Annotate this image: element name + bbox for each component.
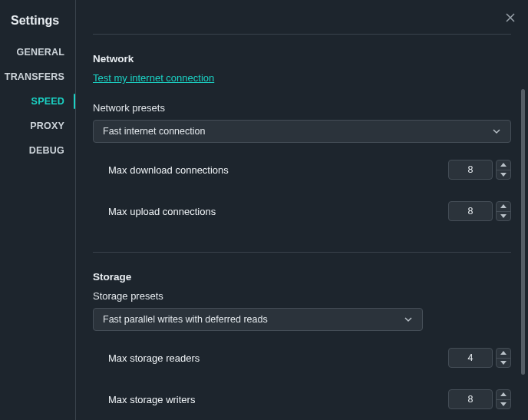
chevron-down-icon: [500, 402, 507, 406]
chevron-up-icon: [500, 392, 507, 396]
max-readers-increment[interactable]: [497, 349, 510, 358]
storage-presets-value: Fast parallel writes with deferred reads: [103, 314, 268, 325]
chevron-down-icon: [500, 361, 507, 365]
max-writers-increment[interactable]: [497, 390, 510, 399]
max-download-row: Max download connections: [93, 155, 511, 184]
sidebar-item-debug[interactable]: DEBUG: [0, 138, 75, 163]
storage-heading: Storage: [93, 271, 511, 283]
sidebar: Settings GENERAL TRANSFERS SPEED PROXY D…: [0, 0, 75, 420]
chevron-down-icon: [404, 315, 413, 324]
max-writers-stepper: [448, 389, 511, 409]
max-upload-increment[interactable]: [497, 202, 510, 211]
scrollbar-thumb[interactable]: [521, 89, 525, 375]
max-readers-stepper: [448, 348, 511, 368]
max-download-stepper: [448, 160, 511, 180]
sidebar-item-proxy[interactable]: PROXY: [0, 114, 75, 138]
test-connection-link[interactable]: Test my internet connection: [93, 72, 214, 84]
max-download-stepper-buttons: [496, 160, 511, 180]
max-upload-input[interactable]: [448, 201, 493, 221]
max-readers-stepper-buttons: [496, 348, 511, 368]
top-divider: [93, 34, 511, 35]
network-section: Network Test my internet connection Netw…: [93, 53, 511, 226]
chevron-down-icon: [500, 173, 507, 177]
chevron-down-icon: [492, 127, 501, 136]
max-download-input[interactable]: [448, 160, 493, 180]
sidebar-nav: GENERAL TRANSFERS SPEED PROXY DEBUG: [0, 40, 75, 163]
max-upload-decrement[interactable]: [497, 211, 510, 221]
max-upload-stepper-buttons: [496, 201, 511, 221]
storage-presets-select[interactable]: Fast parallel writes with deferred reads: [93, 308, 423, 331]
network-heading: Network: [93, 53, 511, 64]
max-download-label: Max download connections: [108, 164, 229, 176]
max-download-decrement[interactable]: [497, 170, 510, 180]
max-readers-row: Max storage readers: [93, 343, 511, 372]
max-writers-decrement[interactable]: [497, 399, 510, 409]
content-pane: Network Test my internet connection Netw…: [76, 0, 528, 420]
chevron-up-icon: [500, 163, 507, 167]
network-presets-label: Network presets: [93, 102, 511, 114]
page-title: Settings: [0, 14, 75, 28]
settings-window: Settings GENERAL TRANSFERS SPEED PROXY D…: [0, 0, 528, 420]
chevron-up-icon: [500, 351, 507, 355]
storage-presets-label: Storage presets: [93, 290, 511, 302]
network-presets-select[interactable]: Fast internet connection: [93, 120, 511, 143]
sidebar-item-speed[interactable]: SPEED: [0, 89, 75, 114]
max-upload-label: Max upload connections: [108, 206, 216, 217]
storage-section: Storage Storage presets Fast parallel wr…: [93, 271, 511, 420]
network-presets-value: Fast internet connection: [103, 126, 205, 137]
max-writers-stepper-buttons: [496, 389, 511, 409]
chevron-up-icon: [500, 204, 507, 208]
max-writers-input[interactable]: [448, 389, 493, 409]
max-readers-input[interactable]: [448, 348, 493, 368]
sidebar-item-general[interactable]: GENERAL: [0, 40, 75, 64]
max-readers-decrement[interactable]: [497, 358, 510, 368]
max-upload-row: Max upload connections: [93, 197, 511, 226]
max-writers-row: Max storage writers: [93, 385, 511, 414]
section-divider: [93, 252, 511, 253]
max-writers-label: Max storage writers: [108, 394, 195, 405]
max-download-increment[interactable]: [497, 160, 510, 170]
max-readers-label: Max storage readers: [108, 352, 200, 364]
chevron-down-icon: [500, 214, 507, 218]
sidebar-item-transfers[interactable]: TRANSFERS: [0, 64, 75, 89]
max-upload-stepper: [448, 201, 511, 221]
